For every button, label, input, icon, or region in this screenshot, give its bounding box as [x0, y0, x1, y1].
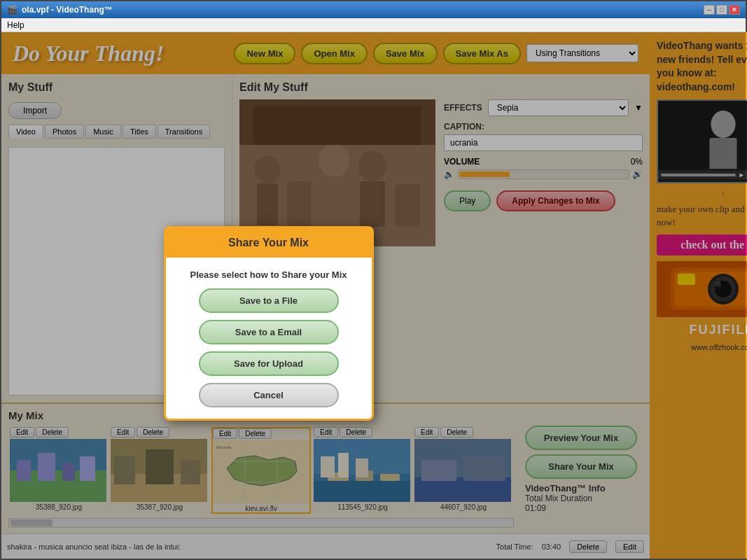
- cancel-button[interactable]: Cancel: [199, 383, 339, 407]
- save-to-email-button[interactable]: Save to a Email: [199, 320, 339, 344]
- modal-body: Please select how to Share your Mix Save…: [166, 258, 372, 419]
- save-for-upload-button[interactable]: Save for Upload: [199, 351, 339, 376]
- window-icon: 🎬: [7, 5, 18, 15]
- share-modal: Share Your Mix Please select how to Shar…: [164, 226, 374, 421]
- modal-overlay: Share Your Mix Please select how to Shar…: [1, 32, 746, 559]
- minimize-button[interactable]: ─: [704, 5, 715, 15]
- maximize-button[interactable]: □: [716, 5, 727, 15]
- close-button[interactable]: ✕: [729, 5, 740, 15]
- save-to-file-button[interactable]: Save to a File: [199, 288, 339, 313]
- title-bar: 🎬 ola.vpf - VideoThang™ ─ □ ✕: [1, 1, 746, 18]
- menu-bar: Help: [1, 18, 746, 32]
- menu-help[interactable]: Help: [7, 20, 25, 30]
- window-title: ola.vpf - VideoThang™: [22, 5, 113, 15]
- modal-title: Share Your Mix: [166, 228, 372, 258]
- modal-description: Please select how to Share your Mix: [190, 269, 347, 281]
